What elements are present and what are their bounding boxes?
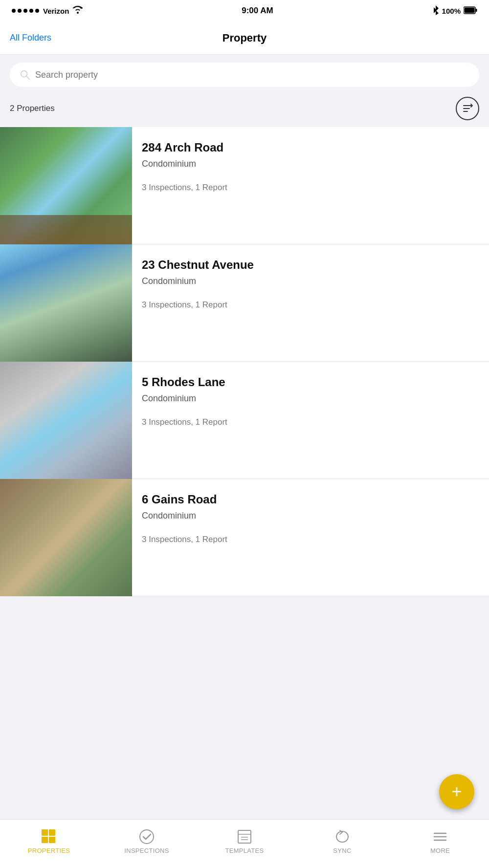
svg-rect-1 bbox=[475, 9, 477, 12]
property-info-2: 23 Chestnut Avenue Condominium 3 Inspect… bbox=[132, 244, 489, 361]
add-property-fab[interactable]: + bbox=[439, 774, 474, 809]
tab-properties-label: PROPERTIES bbox=[28, 847, 70, 854]
list-item[interactable]: 23 Chestnut Avenue Condominium 3 Inspect… bbox=[0, 244, 489, 362]
page-title: Property bbox=[222, 32, 267, 44]
wifi-icon bbox=[73, 6, 83, 16]
property-type-4: Condominium bbox=[142, 511, 479, 521]
bluetooth-icon bbox=[432, 5, 439, 17]
svg-rect-2 bbox=[464, 7, 474, 13]
property-name-3: 5 Rhodes Lane bbox=[142, 375, 479, 390]
list-item[interactable]: 6 Gains Road Condominium 3 Inspections, … bbox=[0, 479, 489, 596]
battery-percent: 100% bbox=[442, 7, 461, 15]
svg-line-4 bbox=[26, 76, 29, 79]
tab-properties[interactable]: PROPERTIES bbox=[0, 828, 98, 854]
property-meta-2: 3 Inspections, 1 Report bbox=[142, 300, 479, 310]
status-bar: Verizon 9:00 AM 100% bbox=[0, 0, 489, 22]
property-image-3 bbox=[0, 362, 132, 479]
list-item[interactable]: 5 Rhodes Lane Condominium 3 Inspections,… bbox=[0, 362, 489, 479]
plus-icon: + bbox=[451, 783, 462, 801]
templates-icon bbox=[236, 828, 253, 845]
status-left: Verizon bbox=[12, 6, 83, 16]
list-item[interactable]: 284 Arch Road Condominium 3 Inspections,… bbox=[0, 127, 489, 244]
svg-rect-8 bbox=[42, 829, 48, 836]
back-button[interactable]: All Folders bbox=[10, 33, 51, 43]
tab-inspections[interactable]: INSPECTIONS bbox=[98, 828, 196, 854]
property-info-4: 6 Gains Road Condominium 3 Inspections, … bbox=[132, 479, 489, 596]
more-icon bbox=[432, 828, 448, 845]
svg-point-12 bbox=[140, 830, 154, 844]
property-type-1: Condominium bbox=[142, 159, 479, 169]
tab-more[interactable]: MORE bbox=[391, 828, 489, 854]
properties-icon bbox=[41, 828, 57, 845]
property-type-2: Condominium bbox=[142, 276, 479, 286]
svg-rect-13 bbox=[238, 830, 251, 843]
status-right: 100% bbox=[432, 5, 477, 17]
property-image-2 bbox=[0, 244, 132, 362]
tab-bar: PROPERTIES INSPECTIONS TEMPLATES SYNC bbox=[0, 819, 489, 868]
content-area: 2 Properties 284 Arch Road Condominium 3… bbox=[0, 55, 489, 819]
status-time: 9:00 AM bbox=[242, 6, 273, 16]
svg-rect-9 bbox=[49, 829, 55, 836]
search-container bbox=[0, 55, 489, 93]
search-icon bbox=[20, 69, 30, 80]
property-name-2: 23 Chestnut Avenue bbox=[142, 258, 479, 272]
properties-count: 2 Properties bbox=[10, 104, 55, 113]
svg-rect-11 bbox=[49, 837, 55, 843]
signal-dots bbox=[12, 9, 39, 13]
tab-inspections-label: INSPECTIONS bbox=[124, 847, 169, 854]
property-image-4 bbox=[0, 479, 132, 596]
battery-icon bbox=[464, 6, 477, 16]
svg-rect-10 bbox=[42, 837, 48, 843]
tab-more-label: MORE bbox=[430, 847, 450, 854]
tab-templates-label: TEMPLATES bbox=[225, 847, 264, 854]
property-info-1: 284 Arch Road Condominium 3 Inspections,… bbox=[132, 127, 489, 244]
property-info-3: 5 Rhodes Lane Condominium 3 Inspections,… bbox=[132, 362, 489, 478]
search-input[interactable] bbox=[35, 70, 469, 80]
property-meta-3: 3 Inspections, 1 Report bbox=[142, 417, 479, 427]
property-list: 284 Arch Road Condominium 3 Inspections,… bbox=[0, 127, 489, 596]
sort-icon bbox=[462, 103, 473, 114]
property-meta-4: 3 Inspections, 1 Report bbox=[142, 535, 479, 544]
property-name-4: 6 Gains Road bbox=[142, 493, 479, 507]
tab-templates[interactable]: TEMPLATES bbox=[196, 828, 293, 854]
property-name-1: 284 Arch Road bbox=[142, 141, 479, 155]
count-row: 2 Properties bbox=[0, 93, 489, 127]
carrier-label: Verizon bbox=[43, 7, 69, 15]
property-type-3: Condominium bbox=[142, 393, 479, 404]
tab-sync[interactable]: SYNC bbox=[293, 828, 391, 854]
tab-sync-label: SYNC bbox=[333, 847, 351, 854]
sync-icon bbox=[334, 828, 351, 845]
nav-header: All Folders Property bbox=[0, 22, 489, 55]
search-bar[interactable] bbox=[10, 63, 479, 87]
sort-button[interactable] bbox=[456, 97, 479, 120]
property-image-1 bbox=[0, 127, 132, 244]
inspections-icon bbox=[138, 828, 155, 845]
property-meta-1: 3 Inspections, 1 Report bbox=[142, 183, 479, 193]
